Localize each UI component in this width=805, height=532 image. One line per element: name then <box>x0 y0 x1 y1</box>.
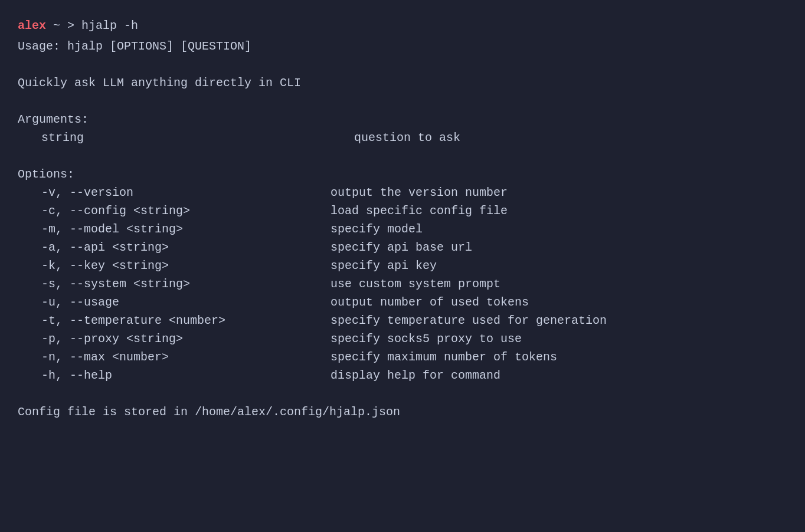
option-flag-0: -v, --version <box>18 183 330 202</box>
option-row-6: -u, --usageoutput number of used tokens <box>18 293 787 311</box>
usage-line: Usage: hjalp [OPTIONS] [QUESTION] <box>18 37 787 55</box>
option-flag-8: -p, --proxy <string> <box>18 330 330 348</box>
gap3 <box>18 147 787 165</box>
option-row-10: -h, --helpdisplay help for command <box>18 366 787 385</box>
terminal-window: alex ~ > hjalp -h Usage: hjalp [OPTIONS]… <box>18 17 787 421</box>
option-row-7: -t, --temperature <number>specify temper… <box>18 311 787 330</box>
option-flag-10: -h, --help <box>18 366 330 385</box>
option-desc-4: specify api key <box>330 257 437 275</box>
option-flag-2: -m, --model <string> <box>18 220 330 238</box>
option-desc-6: output number of used tokens <box>330 293 529 311</box>
options-list: -v, --versionoutput the version number-c… <box>18 183 787 385</box>
option-desc-9: specify maximum number of tokens <box>330 348 557 366</box>
description-line: Quickly ask LLM anything directly in CLI <box>18 74 787 92</box>
gap1 <box>18 55 787 74</box>
option-flag-1: -c, --config <string> <box>18 202 330 220</box>
option-desc-1: load specific config file <box>330 202 508 220</box>
option-desc-7: specify temperature used for generation <box>330 311 607 330</box>
option-row-2: -m, --model <string>specify model <box>18 220 787 238</box>
option-flag-3: -a, --api <string> <box>18 238 330 257</box>
option-flag-7: -t, --temperature <number> <box>18 311 330 330</box>
option-desc-3: specify api base url <box>330 238 472 257</box>
option-row-9: -n, --max <number>specify maximum number… <box>18 348 787 366</box>
option-desc-8: specify socks5 proxy to use <box>330 330 522 348</box>
option-row-5: -s, --system <string>use custom system p… <box>18 275 787 293</box>
option-row-8: -p, --proxy <string>specify socks5 proxy… <box>18 330 787 348</box>
option-flag-5: -s, --system <string> <box>18 275 330 293</box>
gap2 <box>18 92 787 110</box>
argument-desc: question to ask <box>354 129 460 147</box>
option-desc-0: output the version number <box>330 183 508 202</box>
option-row-0: -v, --versionoutput the version number <box>18 183 787 202</box>
prompt-user: alex <box>18 19 46 32</box>
prompt-line: alex ~ > hjalp -h <box>18 17 787 35</box>
option-desc-5: use custom system prompt <box>330 275 500 293</box>
argument-row: string question to ask <box>18 129 787 147</box>
arguments-header: Arguments: <box>18 110 787 129</box>
config-line: Config file is stored in /home/alex/.con… <box>18 403 787 421</box>
option-desc-10: display help for command <box>330 366 500 385</box>
option-flag-6: -u, --usage <box>18 293 330 311</box>
argument-name: string <box>41 129 354 147</box>
gap4 <box>18 385 787 403</box>
option-row-1: -c, --config <string>load specific confi… <box>18 202 787 220</box>
option-row-3: -a, --api <string>specify api base url <box>18 238 787 257</box>
prompt-command: hjalp -h <box>81 19 138 32</box>
option-flag-9: -n, --max <number> <box>18 348 330 366</box>
prompt-symbol: ~ > <box>46 19 81 32</box>
option-flag-4: -k, --key <string> <box>18 257 330 275</box>
options-header: Options: <box>18 165 787 183</box>
option-desc-2: specify model <box>330 220 423 238</box>
option-row-4: -k, --key <string>specify api key <box>18 257 787 275</box>
